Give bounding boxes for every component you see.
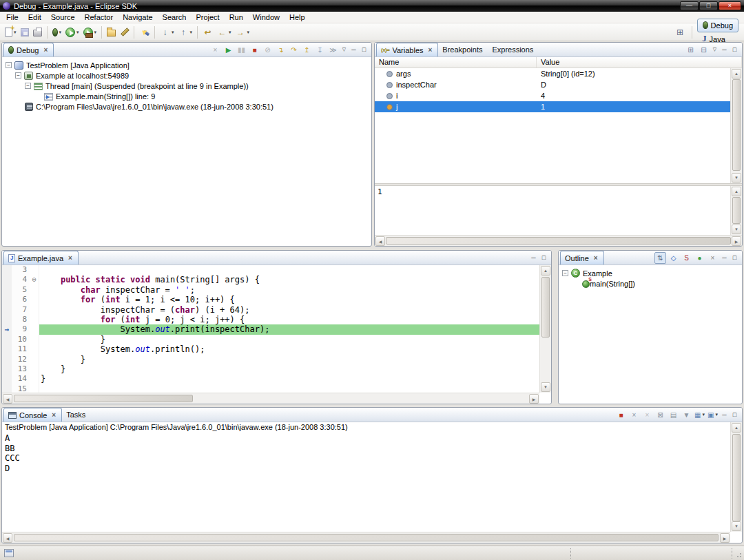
hide-static-members-button[interactable]: S — [681, 252, 692, 264]
minimize-view-icon[interactable]: ─ — [720, 252, 729, 264]
debug-tree-item-thread-main-suspended-br[interactable]: −Thread [main] (Suspended (breakpoint at… — [2, 81, 371, 91]
debug-last-launched-button[interactable]: ▾ — [50, 25, 64, 40]
remove-all-terminated-button[interactable]: × — [641, 409, 653, 421]
scroll-up-icon[interactable]: ▲ — [732, 187, 741, 196]
debug-tree-item-example-at-localhost-549[interactable]: −Example at localhost:54989 — [2, 70, 371, 81]
terminate-button[interactable]: ■ — [249, 44, 260, 56]
collapse-expander-icon[interactable]: − — [6, 62, 12, 68]
menu-window[interactable]: Window — [248, 12, 285, 23]
variable-row-j[interactable]: j1 — [375, 101, 730, 112]
pin-console-button[interactable]: ▼ — [681, 409, 692, 421]
variables-horizontal-scrollbar[interactable]: ◀▶ — [375, 235, 742, 246]
step-over-button[interactable]: ↷ — [288, 44, 300, 56]
dropdown-arrow-icon[interactable]: ▾ — [94, 30, 97, 35]
menu-project[interactable]: Project — [191, 12, 224, 23]
next-annotation-button[interactable]: ↓▾ — [158, 25, 176, 40]
collapse-expander-icon[interactable]: − — [15, 72, 21, 79]
code-editor[interactable]: 34⊖ public static void main(String[] arg… — [2, 265, 539, 393]
code-line-11[interactable]: 11 System.out.println(); — [2, 344, 539, 354]
fold-collapse-icon[interactable]: ⊖ — [30, 275, 39, 284]
close-view-icon[interactable]: × — [52, 411, 56, 419]
code-line-5[interactable]: 5 char inspectChar = ' '; — [2, 285, 539, 295]
clear-console-button[interactable]: ⊠ — [654, 409, 666, 421]
detail-vertical-scrollbar[interactable]: ▲▼ — [730, 186, 742, 235]
tab-variables[interactable]: (x)=Variables× — [376, 43, 438, 56]
display-selected-console-button[interactable]: ▦▾ — [694, 409, 705, 421]
debug-tree-item-c-program-files-java-jre[interactable]: C:\Program Files\Java\jre1.6.0_01\bin\ja… — [2, 101, 371, 112]
scroll-down-icon[interactable]: ▼ — [732, 521, 741, 531]
console-output[interactable]: ABBCCCD — [3, 433, 730, 532]
open-console-button[interactable]: ▣▾ — [707, 409, 719, 421]
dropdown-arrow-icon[interactable]: ▾ — [702, 412, 705, 417]
tab-example-java[interactable]: Example.java× — [3, 251, 79, 265]
print-button[interactable] — [31, 25, 44, 40]
scroll-right-icon[interactable]: ▶ — [720, 533, 730, 543]
resize-grip-icon[interactable] — [734, 550, 743, 559]
view-menu-icon[interactable]: ▽ — [340, 44, 348, 56]
dropdown-arrow-icon[interactable]: ▾ — [247, 30, 250, 35]
code-line-13[interactable]: 13 } — [2, 364, 539, 374]
menu-source[interactable]: Source — [46, 12, 80, 23]
tab-tasks[interactable]: Tasks — [62, 408, 91, 422]
maximize-button[interactable]: □ — [699, 1, 718, 10]
code-line-15[interactable]: 15 — [2, 384, 539, 393]
menu-navigate[interactable]: Navigate — [118, 12, 157, 23]
maximize-view-icon[interactable]: □ — [730, 44, 739, 56]
variables-vertical-scrollbar[interactable]: ▲▼ — [730, 68, 742, 183]
menu-refactor[interactable]: Refactor — [80, 12, 118, 23]
scroll-up-icon[interactable]: ▲ — [732, 423, 741, 433]
menu-search[interactable]: Search — [158, 12, 192, 23]
run-last-launched-button[interactable]: ▾ — [63, 25, 81, 40]
open-perspective-button[interactable]: ⊞ — [674, 26, 686, 38]
suspend-button[interactable]: ▮▮ — [236, 44, 247, 56]
search-button[interactable] — [137, 25, 152, 40]
debug-tree-item-example-main-string-line[interactable]: Example.main(String[]) line: 9 — [2, 91, 371, 101]
menu-run[interactable]: Run — [225, 12, 248, 23]
resume-button[interactable]: ▶ — [223, 44, 234, 56]
folder-button[interactable] — [105, 25, 118, 40]
scrollbar-thumb[interactable] — [732, 434, 741, 521]
console-vertical-scrollbar[interactable]: ▲▼ — [730, 422, 742, 532]
code-line-9[interactable]: →9 System.out.print(inspectChar); — [2, 324, 539, 334]
scroll-right-icon[interactable]: ▶ — [732, 236, 741, 246]
scroll-left-icon[interactable]: ◀ — [3, 394, 12, 404]
code-line-12[interactable]: 12 } — [2, 355, 539, 364]
step-into-button[interactable]: ↴ — [275, 44, 287, 56]
tab-expressions[interactable]: Expressions — [488, 43, 539, 56]
previous-annotation-button[interactable]: ↑▾ — [176, 25, 195, 40]
code-line-6[interactable]: 6 for (int i = 1; i <= 10; i++) { — [2, 295, 539, 304]
remove-launch-button[interactable]: × — [628, 409, 640, 421]
code-line-10[interactable]: 10 } — [2, 335, 539, 344]
minimize-view-icon[interactable]: ─ — [720, 409, 729, 421]
collapse-expander-icon[interactable]: − — [562, 270, 568, 276]
code-line-8[interactable]: 8 for (int j = 0; j < i; j++) { — [2, 315, 539, 324]
scrollbar-thumb[interactable] — [732, 197, 741, 224]
menu-help[interactable]: Help — [285, 12, 310, 23]
variable-row-args[interactable]: argsString[0] (id=12) — [375, 68, 730, 79]
drop-to-frame-button[interactable]: ↧ — [314, 44, 326, 56]
scroll-down-icon[interactable]: ▼ — [541, 382, 550, 392]
scroll-down-icon[interactable]: ▼ — [732, 173, 741, 183]
scrollbar-thumb[interactable] — [732, 79, 741, 171]
fast-view-icon[interactable] — [4, 549, 14, 557]
variable-detail-pane[interactable]: 1 — [375, 186, 730, 235]
last-edit-location-button[interactable]: ↩ — [200, 25, 215, 40]
external-tools-button[interactable]: ▾ — [81, 25, 99, 40]
hide-local-types-button[interactable]: × — [707, 252, 719, 264]
sort-button[interactable]: ⇅ — [654, 252, 666, 264]
dropdown-arrow-icon[interactable]: ▾ — [190, 30, 193, 35]
new-wizard-button[interactable]: ▾ — [3, 25, 19, 40]
scroll-right-icon[interactable]: ▶ — [529, 394, 539, 404]
perspective-debug-button[interactable]: Debug — [697, 19, 738, 32]
dropdown-arrow-icon[interactable]: ▾ — [76, 30, 79, 35]
tab-breakpoints[interactable]: Breakpoints — [438, 43, 488, 56]
collapse-all-button[interactable]: ⊟ — [698, 44, 710, 56]
disconnect-button[interactable]: ⊘ — [262, 44, 273, 56]
maximize-view-icon[interactable]: □ — [730, 252, 739, 264]
close-view-icon[interactable]: × — [43, 46, 48, 54]
close-button[interactable]: × — [719, 1, 741, 10]
remove-all-terminated-button[interactable]: × — [209, 44, 221, 56]
minimize-view-icon[interactable]: ─ — [720, 44, 729, 56]
use-step-filters-button[interactable]: ≫ — [327, 44, 339, 56]
step-return-button[interactable]: ↥ — [301, 44, 313, 56]
